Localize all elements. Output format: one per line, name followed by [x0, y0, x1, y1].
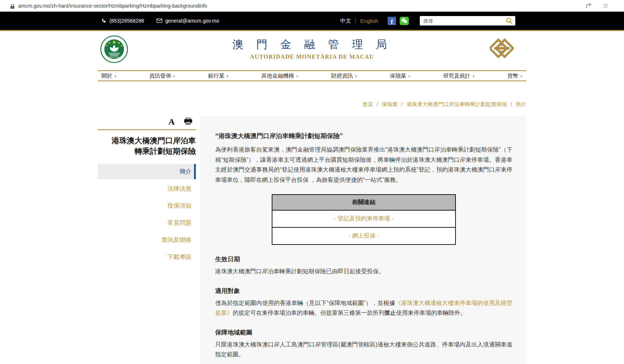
envelope-icon	[156, 19, 162, 23]
sidebar-divider	[98, 129, 196, 130]
phone-contact: (853)28568288	[101, 18, 144, 24]
eligibility-text-part3: 使用東停車場的車輛除外。	[396, 310, 466, 316]
page-title: “港珠澳大橋澳門口岸泊車轉乘計劃短期保險”	[215, 132, 512, 140]
amcm-diamond-logo	[490, 37, 514, 61]
nav-item-financial-info[interactable]: 財經資訊∨	[331, 73, 357, 79]
eligibility-heading: 適用對象	[215, 287, 512, 295]
breadcrumb-separator: /	[511, 101, 512, 107]
phone-icon	[101, 18, 106, 23]
coverage-area-text: 只限港珠澳大橋珠澳口岸人工島澳門口岸管理區(屬澳門管轄區)邊檢大樓東側公共道路、…	[215, 340, 512, 360]
effective-date-text: 港珠澳大橋澳門口岸泊車轉乘計劃短期保險已由即日起接受投保。	[215, 266, 512, 277]
print-icon[interactable]	[184, 118, 192, 126]
phone-number: (853)28568288	[109, 18, 144, 24]
nav-item-banking[interactable]: 銀行業∨	[208, 73, 229, 79]
sidebar-item-insurance-notes[interactable]: 投保須知	[98, 198, 196, 214]
sidebar-tools: A	[98, 116, 196, 127]
breadcrumb-separator: /	[377, 101, 378, 107]
bookmark-star-icon[interactable]: ☆	[602, 2, 609, 9]
sidebar-page-title: 港珠澳大橋澳門口岸泊車 轉乘計劃短期保險	[98, 135, 196, 157]
search-box	[420, 16, 515, 26]
brand-band: MACAU 澳 門 金 融 管 理 局 AUTORIDADE MONETÁRIA…	[0, 31, 624, 70]
chevron-down-icon: ∨	[408, 74, 411, 78]
chevron-down-icon: ∨	[472, 74, 475, 78]
main-navigation: 關於∨ 資訊發佈∨ 銀行業∨ 其他金融機構∨ 財經資訊∨ 保險業∨ 研究及統計∨…	[98, 70, 526, 81]
url-text[interactable]: amcm.gov.mo/zh-hant/insurance-sector/Hzm…	[18, 3, 586, 9]
email-contact[interactable]: general@amcm.gov.mo	[156, 18, 219, 24]
sidebar-item-introduction[interactable]: 簡介	[98, 164, 196, 179]
chevron-down-icon: ∨	[226, 74, 229, 78]
eligibility-text: 僅為於指定範圍內使用的香港車輛（見以下“保障地域範圍”），並根據《港珠澳大橋邊檢…	[215, 298, 512, 318]
search-input[interactable]	[423, 18, 506, 24]
email-address[interactable]: general@amcm.gov.mo	[165, 18, 219, 24]
sidebar-title-line1: 港珠澳大橋澳門口岸泊車	[98, 135, 196, 146]
site-header: (853)28568288 general@amcm.gov.mo 中文 Eng…	[0, 12, 624, 31]
lock-icon[interactable]	[10, 4, 15, 8]
table-row: - 登記及預約東停車場 -	[272, 210, 456, 227]
sidebar-title-line2: 轉乘計劃短期保險	[98, 146, 196, 156]
breadcrumb-separator: /	[401, 101, 403, 107]
online-insurance-link[interactable]: - 網上投保 -	[349, 232, 379, 239]
nav-item-about[interactable]: 關於∨	[101, 73, 117, 79]
chevron-down-icon: ∨	[173, 74, 175, 78]
nav-item-currency[interactable]: 貨幣∨	[507, 73, 523, 79]
lang-divider	[356, 18, 356, 24]
coverage-area-heading: 保障地域範圍	[215, 328, 512, 337]
sidebar-menu: 簡介 法律法規 投保須知 常見問題 查詢及聯絡 下載專區	[98, 164, 196, 265]
related-links-header: 相關連結	[272, 195, 456, 210]
chevron-down-icon: ∨	[114, 74, 117, 78]
breadcrumb-hzmb-parking[interactable]: 港珠澳大橋澳門口岸泊車轉乘計劃短期保險	[406, 101, 507, 107]
brand-titles: 澳 門 金 融 管 理 局 AUTORIDADE MONETÁRIA DE MA…	[0, 37, 624, 60]
contact-group: (853)28568288 general@amcm.gov.mo	[101, 18, 219, 24]
chevron-down-icon: ∨	[355, 74, 357, 78]
breadcrumb-home[interactable]: 首頁	[363, 101, 373, 107]
wechat-icon[interactable]	[400, 17, 409, 25]
brand-title-pt: AUTORIDADE MONETÁRIA DE MACAU	[0, 54, 624, 60]
sidebar-item-downloads[interactable]: 下載專區	[98, 250, 196, 265]
sidebar-item-enquiry-contact[interactable]: 查詢及聯絡	[98, 232, 196, 248]
nav-item-insurance[interactable]: 保險業∨	[390, 73, 411, 79]
breadcrumb-introduction[interactable]: 簡介	[516, 101, 526, 107]
register-reserve-east-carpark-link[interactable]: - 登記及預約東停車場 -	[334, 215, 394, 222]
sidebar-item-faq[interactable]: 常見問題	[98, 215, 196, 231]
eligibility-text-part1: 僅為於指定範圍內使用的香港車輛（見以下“保障地域範圍”），並根據	[215, 300, 395, 306]
facebook-icon[interactable]: f	[388, 17, 396, 25]
table-row: - 網上投保 -	[272, 227, 456, 244]
breadcrumb-insurance[interactable]: 保險業	[382, 101, 398, 107]
breadcrumb: 首頁 / 保險業 / 港珠澳大橋澳門口岸泊車轉乘計劃短期保險 / 簡介	[98, 101, 526, 108]
effective-date-heading: 生效日期	[215, 255, 512, 263]
intro-paragraph: 為便利香港旅客自駕來澳，澳門金融管理局協調澳門保險業界推出“港珠澳大橋澳門口岸泊…	[215, 145, 512, 185]
brand-title-zh: 澳 門 金 融 管 理 局	[0, 37, 624, 52]
page-body: A 港珠澳大橋澳門口岸泊車 轉乘計劃短期保險 簡介 法律法規 投保須知 常見問題…	[98, 116, 526, 364]
browser-address-bar[interactable]: amcm.gov.mo/zh-hant/insurance-sector/Hzm…	[0, 0, 624, 12]
related-links-table: 相關連結 - 登記及預約東停車場 - - 網上投保 -	[272, 194, 456, 245]
eligibility-text-part2: 的規定可在東停車場泊車的車輛。但規章第三條第一款所列	[233, 310, 384, 316]
lang-zh-link[interactable]: 中文	[340, 17, 351, 24]
nav-item-other-financial[interactable]: 其他金融機構∨	[261, 73, 299, 79]
chevron-down-icon: ∨	[296, 74, 299, 78]
sidebar: A 港珠澳大橋澳門口岸泊車 轉乘計劃短期保險 簡介 法律法規 投保須知 常見問題…	[98, 116, 196, 267]
search-icon[interactable]	[506, 17, 512, 24]
lang-en-link[interactable]: English	[360, 18, 378, 24]
share-icon[interactable]	[586, 3, 593, 9]
sidebar-item-laws[interactable]: 法律法規	[98, 181, 196, 196]
eligibility-text-bold: 禁止	[384, 310, 396, 316]
chevron-down-icon: ∨	[520, 74, 523, 78]
nav-item-news[interactable]: 資訊發佈∨	[149, 73, 175, 79]
nav-item-research-statistics[interactable]: 研究及統計∨	[443, 73, 475, 79]
main-content: “港珠澳大橋澳門口岸泊車轉乘計劃短期保險” 為便利香港旅客自駕來澳，澳門金融管理…	[200, 116, 526, 364]
font-size-icon[interactable]: A	[168, 117, 175, 126]
header-utilities: 中文 English f	[340, 16, 515, 26]
